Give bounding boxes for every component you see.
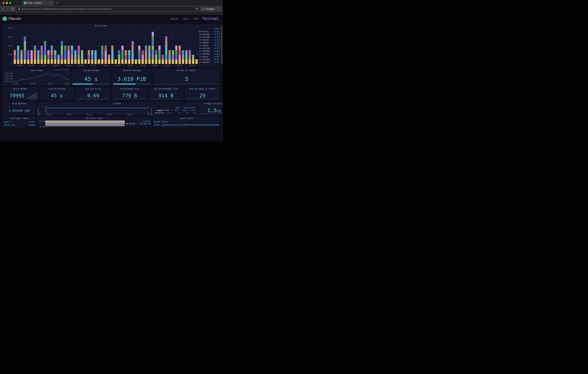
svg-rect-68 [64,59,66,64]
legend-item[interactable]: t099990.22 [199,41,219,44]
svg-rect-184 [192,59,194,64]
svg-rect-124 [131,41,134,46]
svg-rect-46 [41,55,43,59]
svg-rect-121 [131,59,134,64]
page-scrollbar[interactable] [221,25,222,142]
svg-rect-126 [138,59,140,64]
bookmark-icon[interactable] [195,7,198,11]
stat-value: 3.618 PiB [117,76,146,82]
svg-rect-78 [74,59,76,64]
incognito-label: Incognito [206,8,215,10]
time-range-badge[interactable]: Last 4 hours [55,69,69,71]
svg-rect-169 [175,50,177,55]
svg-rect-133 [145,59,147,64]
svg-rect-87 [88,59,90,64]
svg-point-0 [203,9,203,9]
svg-rect-89 [88,50,90,55]
svg-rect-98 [101,46,103,55]
svg-rect-100 [105,50,107,59]
legend-item[interactable]: t0190500.04 [199,58,219,61]
legend-scrollbar[interactable] [219,28,220,57]
blocks-won-chart[interactable] [13,27,198,64]
legend-item[interactable]: t010310.18 [199,44,219,47]
window-max-dot[interactable] [9,2,11,4]
svg-rect-141 [152,55,154,59]
svg-rect-76 [71,50,73,55]
legend-item[interactable]: t0188360.09 [199,50,219,53]
new-tab-button[interactable]: + [55,1,59,5]
total-power-chart[interactable] [13,73,70,83]
svg-point-1 [204,9,204,9]
col-miner[interactable]: miner [25,121,35,123]
svg-rect-74 [71,59,73,64]
svg-rect-151 [158,50,160,59]
svg-rect-136 [148,59,150,64]
link-info[interactable]: Info [193,17,199,20]
svg-rect-25 [17,59,19,64]
legend-item[interactable]: t01201758.906 TiB [126,122,151,125]
blocks-won-legend[interactable]: avg▾ t012010.60t0189850.55t0175040.33t01… [199,24,220,67]
blocks-won-xaxis: 15:5816:0016:0216:0416:0616:0816:1016:12… [13,65,198,67]
panel-title: Top Power Table [3,116,36,120]
svg-rect-81 [78,59,80,64]
panel-title: Network Storage [112,68,152,72]
legend-sort-current[interactable]: current▾ [142,120,151,122]
scrollbar-thumb[interactable] [221,25,222,64]
link-docs[interactable]: Docs [183,17,189,20]
browser-tab[interactable]: Chain - Grafana × [22,0,53,6]
legend-item[interactable]: Null Blocks(right-y)000 [155,111,196,114]
svg-rect-178 [185,59,188,64]
svg-rect-88 [88,55,90,59]
incognito-badge[interactable]: Incognito [202,7,215,10]
col-power[interactable]: power ▾ [4,121,25,123]
svg-rect-182 [189,55,191,59]
legend-item[interactable]: t021120.04 [199,55,219,58]
reload-icon[interactable] [11,7,14,10]
table-header[interactable]: Height Tipset [153,120,220,123]
legend-item[interactable]: t0169710.04 [199,61,219,64]
svg-rect-36 [27,50,29,59]
legend-item[interactable]: t0189850.55 [199,33,219,36]
legend-item[interactable]: t0175390.11 [199,47,219,50]
window-min-dot[interactable] [6,2,8,4]
panel-title: Top Miner Power [37,116,152,120]
svg-rect-152 [158,46,160,50]
legend-item[interactable]: t012100.31 [199,39,219,41]
svg-rect-48 [44,59,46,64]
legend-item[interactable]: t012010.60 [199,30,219,33]
table-row[interactable]: 758.91 TiBt01201 [3,124,36,127]
forward-icon [6,7,9,10]
svg-rect-122 [131,50,134,59]
stat-value: 45 s [84,76,98,82]
browser-menu-icon[interactable]: ⋮ [217,7,221,11]
top-miner-power-chart[interactable] [45,120,125,128]
svg-rect-123 [131,46,134,50]
svg-rect-117 [125,50,127,55]
panel-title: Tipsets [37,101,197,105]
panel-tipsets: Tipsets between tip 1 min50 s40 s30 s 1 … [37,101,197,115]
svg-rect-139 [148,46,150,50]
link-faucet[interactable]: Faucet [170,17,179,20]
svg-rect-39 [34,59,36,64]
svg-rect-101 [105,46,107,50]
window-close-dot[interactable] [3,2,5,4]
sparkline [198,111,223,115]
svg-rect-177 [182,50,184,55]
panel-total-power: Total Power Last 4 hours 3.64 PiB3.63 Pi… [3,68,70,86]
back-icon[interactable] [1,7,4,10]
svg-rect-201 [45,125,125,126]
svg-rect-40 [34,50,36,59]
table-header[interactable]: power ▾ miner [3,120,36,124]
svg-rect-51 [44,41,46,46]
table-row[interactable]: 70995bafy2bzacebglnfxfvzbgk46ft5skxchypk… [153,123,220,127]
legend-item[interactable]: t0169900.05 [199,53,219,55]
legend-item[interactable]: t0175040.33 [199,36,219,39]
address-bar[interactable]: stats.testnet.filecoin.io/d/z6Ftl92Zz/ch… [16,7,200,11]
legend-sort-avg[interactable]: avg▾ [215,28,219,30]
svg-rect-97 [101,55,103,59]
close-tab-icon[interactable]: × [51,2,52,4]
svg-rect-134 [145,50,147,59]
col-tipset[interactable]: Tipset [162,121,219,123]
panel-block-height: Block Height 70995 [3,87,38,100]
col-height[interactable]: Height [154,121,162,123]
